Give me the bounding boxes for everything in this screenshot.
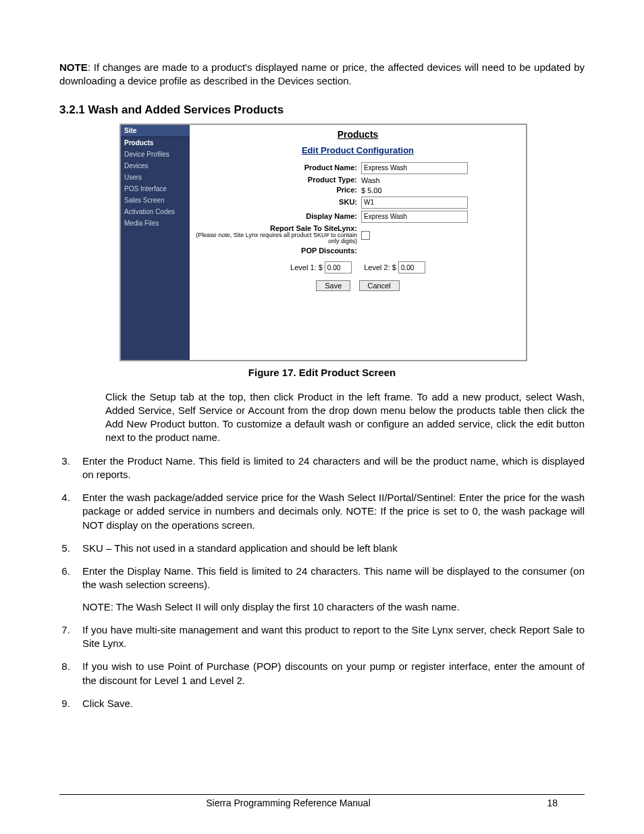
- report-sale-label: Report Sale To SiteLynx: (Please note, S…: [195, 225, 361, 245]
- sidebar-item-products[interactable]: Products: [121, 137, 190, 149]
- price-value: $ 5.00: [361, 186, 520, 194]
- step-9: Click Save.: [73, 697, 585, 710]
- panel-title: Products: [195, 129, 520, 140]
- sidebar-header: Site: [121, 125, 190, 137]
- step-6-note: NOTE: The Wash Select II will only displ…: [82, 600, 585, 614]
- product-name-input[interactable]: [361, 162, 468, 174]
- display-name-input[interactable]: [361, 211, 468, 223]
- section-heading: 3.2.1 Wash and Added Services Products: [59, 103, 585, 117]
- sidebar-item-devices[interactable]: Devices: [121, 160, 190, 172]
- page-footer: Sierra Programming Reference Manual 18: [59, 794, 585, 808]
- main-panel: Products Edit Product Configuration Prod…: [190, 125, 526, 360]
- display-name-label: Display Name:: [195, 213, 361, 221]
- save-button[interactable]: Save: [316, 280, 350, 291]
- note-text: : If changes are made to a product's dis…: [59, 61, 585, 86]
- footer-page-number: 18: [517, 798, 585, 808]
- sidebar: Site Products Device Profiles Devices Us…: [121, 125, 190, 360]
- price-label: Price:: [195, 186, 361, 194]
- sidebar-item-sales-screen[interactable]: Sales Screen: [121, 194, 190, 206]
- sku-label: SKU:: [195, 199, 361, 207]
- step-5: SKU – This not used in a standard applic…: [73, 542, 585, 555]
- report-sale-checkbox[interactable]: [361, 231, 370, 240]
- cancel-button[interactable]: Cancel: [359, 280, 400, 291]
- level2-input[interactable]: [398, 261, 425, 273]
- step-6: Enter the Display Name. This field is li…: [73, 565, 585, 614]
- product-type-value: Wash: [361, 176, 520, 184]
- level1-input[interactable]: [325, 261, 352, 273]
- footer-title: Sierra Programming Reference Manual: [59, 798, 517, 808]
- step-7: If you have multi-site management and wa…: [73, 623, 585, 651]
- step-3: Enter the Product Name. This field is li…: [73, 454, 585, 482]
- product-name-label: Product Name:: [195, 164, 361, 172]
- level1-label: Level 1: $: [290, 263, 323, 271]
- edit-product-screenshot: Site Products Device Profiles Devices Us…: [119, 124, 527, 361]
- sidebar-item-pos-interface[interactable]: POS Interface: [121, 183, 190, 194]
- intro-paragraph: Click the Setup tab at the top, then cli…: [105, 390, 585, 445]
- product-type-label: Product Type:: [195, 176, 361, 184]
- sidebar-item-device-profiles[interactable]: Device Profiles: [121, 149, 190, 160]
- figure-caption: Figure 17. Edit Product Screen: [59, 367, 585, 378]
- step-4: Enter the wash package/added service pri…: [73, 491, 585, 532]
- pop-discounts-label: POP Discounts:: [195, 247, 361, 255]
- panel-subtitle: Edit Product Configuration: [195, 145, 520, 155]
- sidebar-item-activation-codes[interactable]: Activation Codes: [121, 206, 190, 217]
- step-8: If you wish to use Point of Purchase (PO…: [73, 660, 585, 687]
- note-label: NOTE: [59, 61, 88, 73]
- sidebar-item-media-files[interactable]: Media Files: [121, 217, 190, 229]
- sku-input[interactable]: [361, 197, 468, 209]
- sidebar-item-users[interactable]: Users: [121, 172, 190, 183]
- level2-label: Level 2: $: [364, 263, 396, 271]
- report-sale-note: (Please note, Site Lynx requires all pro…: [195, 232, 357, 245]
- note-paragraph: NOTE: If changes are made to a product's…: [59, 61, 585, 88]
